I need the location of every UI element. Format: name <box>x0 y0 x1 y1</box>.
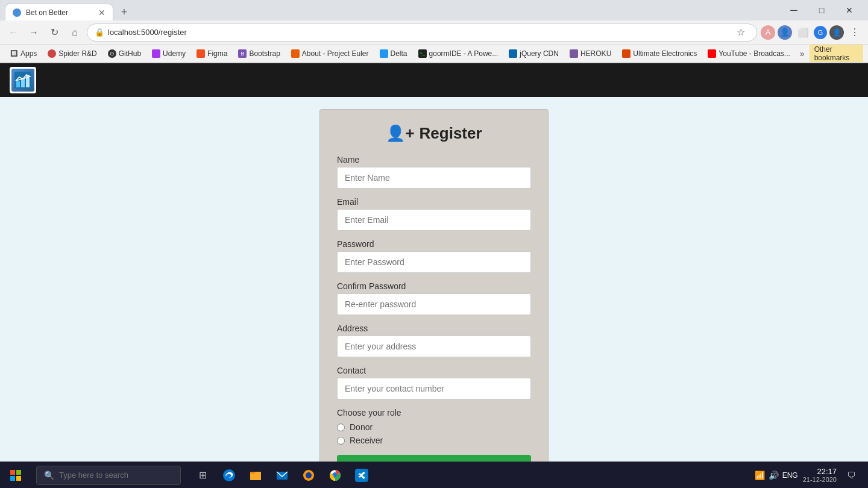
extensions-icon[interactable]: A <box>761 25 775 40</box>
bookmark-euler-label: About - Project Euler <box>302 49 369 58</box>
bookmark-figma[interactable]: Figma <box>192 48 232 59</box>
bookmark-github-label: GitHub <box>119 49 141 58</box>
contact-input[interactable] <box>337 378 531 399</box>
back-button[interactable]: ← <box>5 24 22 41</box>
search-icon: 🔍 <box>44 471 54 480</box>
bookmark-goorm[interactable]: >_ goormIDE - A Powe... <box>414 48 503 59</box>
confirm-password-label: Confirm Password <box>337 281 531 291</box>
svg-rect-7 <box>16 470 21 475</box>
lang-indicator[interactable]: ENG <box>782 471 798 480</box>
start-button[interactable] <box>0 462 31 488</box>
taskbar-mail[interactable] <box>270 463 294 487</box>
other-bookmarks[interactable]: Other bookmarks <box>810 45 863 63</box>
forward-button[interactable]: → <box>25 24 42 41</box>
bookmark-udemy[interactable]: Udemy <box>147 48 190 59</box>
address-bar[interactable] <box>108 28 729 37</box>
translate-icon[interactable]: G <box>814 26 827 39</box>
contact-label: Contact <box>337 366 531 375</box>
bookmark-jquery[interactable]: jQuery CDN <box>504 48 564 59</box>
star-icon[interactable]: ☆ <box>732 24 749 41</box>
bookmark-delta[interactable]: Delta <box>375 48 412 59</box>
spider-icon <box>48 49 56 58</box>
reload-button[interactable]: ↻ <box>46 24 63 41</box>
home-button[interactable]: ⌂ <box>66 24 83 41</box>
bookmark-bootstrap[interactable]: B Bootstrap <box>233 48 285 59</box>
more-bookmarks-button[interactable]: » <box>796 48 808 60</box>
notification-button[interactable]: 🗨 <box>841 471 861 480</box>
bookmark-github[interactable]: ⊙ GitHub <box>103 48 146 59</box>
bookmark-electronics[interactable]: Ultimate Electronics <box>617 48 702 59</box>
taskbar-search-input[interactable] <box>59 471 173 480</box>
taskbar-apps: ⊞ <box>186 463 747 487</box>
new-tab-button[interactable]: + <box>116 4 133 20</box>
volume-icon[interactable]: 🔊 <box>769 471 779 480</box>
close-button[interactable]: ✕ <box>835 0 863 20</box>
register-heading: Register <box>420 124 482 143</box>
donor-radio[interactable] <box>337 424 345 431</box>
cast-icon[interactable]: ⬜ <box>794 24 811 41</box>
app-logo <box>10 67 36 93</box>
confirm-password-input[interactable] <box>337 293 531 315</box>
user-icon-1[interactable]: 👤 <box>778 25 792 40</box>
bookmark-spider[interactable]: Spider R&D <box>43 48 101 59</box>
name-input[interactable] <box>337 167 531 189</box>
bookmark-apps[interactable]: 🔲 Apps <box>5 48 42 59</box>
svg-point-10 <box>223 469 235 481</box>
lock-icon: 🔒 <box>95 28 104 37</box>
bookmark-heroku-label: HEROKU <box>580 49 611 58</box>
clock-date: 21-12-2020 <box>803 476 837 483</box>
profile-icon[interactable]: 👤 <box>829 25 844 40</box>
taskbar-vscode[interactable] <box>350 463 374 487</box>
minimize-button[interactable]: ─ <box>780 0 808 20</box>
address-input[interactable] <box>337 336 531 357</box>
bookmark-spider-label: Spider R&D <box>58 49 96 58</box>
card-title: 👤+ Register <box>337 124 531 143</box>
heroku-icon <box>570 49 578 58</box>
taskbar-search-box[interactable]: 🔍 <box>36 466 181 485</box>
bookmark-figma-label: Figma <box>207 49 227 58</box>
bookmark-delta-label: Delta <box>391 49 407 58</box>
receiver-radio[interactable] <box>337 437 345 445</box>
tab-favicon <box>13 8 21 17</box>
bookmark-euler[interactable]: About - Project Euler <box>286 48 374 59</box>
taskbar-file-explorer[interactable] <box>244 463 268 487</box>
donor-option[interactable]: Donor <box>337 422 531 432</box>
taskbar-chrome[interactable] <box>323 463 347 487</box>
active-tab[interactable]: Bet on Better ✕ <box>5 4 113 20</box>
bookmark-heroku[interactable]: HEROKU <box>565 48 616 59</box>
role-label: Choose your role <box>337 408 531 418</box>
github-icon: ⊙ <box>108 49 116 58</box>
svg-rect-12 <box>250 472 255 474</box>
maximize-button[interactable]: □ <box>808 0 835 20</box>
svg-point-0 <box>14 10 20 16</box>
figma-icon <box>197 49 205 58</box>
form-area: 👤+ Register Name Email Password Confirm … <box>0 97 868 467</box>
clock-time: 22:17 <box>803 467 837 476</box>
user-plus-icon: 👤+ <box>386 124 414 143</box>
taskbar-edge[interactable] <box>217 463 241 487</box>
logo-image <box>11 69 34 92</box>
tab-close-button[interactable]: ✕ <box>98 8 105 17</box>
system-tray: 📶 🔊 ENG <box>755 471 798 480</box>
name-label: Name <box>337 155 531 164</box>
bookmark-apps-label: Apps <box>20 49 37 58</box>
email-input[interactable] <box>337 209 531 231</box>
bookmark-youtube[interactable]: YouTube - Broadcas... <box>703 48 795 59</box>
taskbar-task-view[interactable]: ⊞ <box>190 463 215 487</box>
network-icon[interactable]: 📶 <box>755 471 765 480</box>
donor-label: Donor <box>350 422 373 432</box>
bookmark-youtube-label: YouTube - Broadcas... <box>719 49 790 58</box>
tab-title: Bet on Better <box>26 8 93 17</box>
settings-icon[interactable]: ⋮ <box>846 24 863 41</box>
youtube-icon <box>708 49 716 58</box>
receiver-option[interactable]: Receiver <box>337 436 531 445</box>
svg-point-15 <box>306 472 312 478</box>
taskbar-clock: 22:17 21-12-2020 <box>803 467 837 483</box>
bootstrap-icon: B <box>238 49 247 58</box>
bookmark-udemy-label: Udemy <box>163 49 186 58</box>
svg-rect-8 <box>10 476 15 481</box>
password-input[interactable] <box>337 251 531 273</box>
address-bar-wrap: 🔒 ☆ <box>87 23 757 42</box>
taskbar-firefox[interactable] <box>297 463 321 487</box>
password-field-group: Password <box>337 239 531 273</box>
